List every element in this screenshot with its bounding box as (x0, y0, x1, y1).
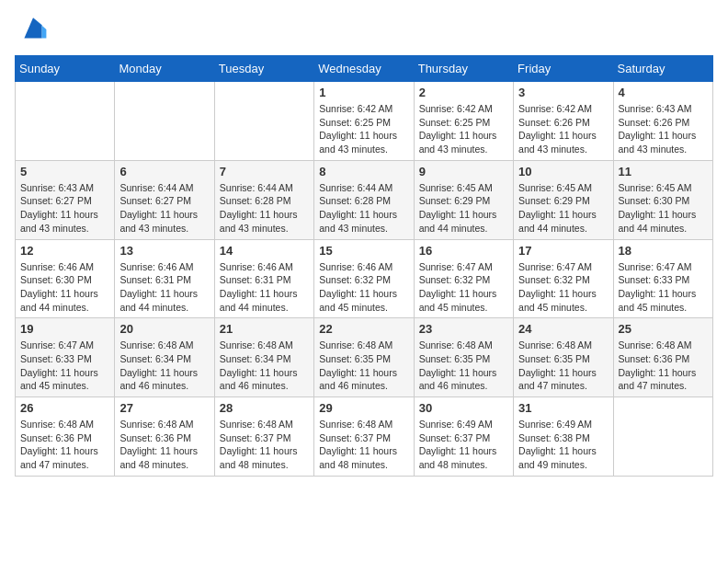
calendar-cell: 4Sunrise: 6:43 AM Sunset: 6:26 PM Daylig… (613, 82, 712, 161)
day-number: 20 (119, 322, 209, 336)
calendar-cell: 23Sunrise: 6:48 AM Sunset: 6:35 PM Dayli… (414, 318, 513, 397)
calendar-cell: 29Sunrise: 6:48 AM Sunset: 6:37 PM Dayli… (314, 397, 414, 477)
header-row: SundayMondayTuesdayWednesdayThursdayFrid… (16, 56, 713, 82)
calendar-cell: 6Sunrise: 6:44 AM Sunset: 6:27 PM Daylig… (115, 160, 214, 239)
day-number: 1 (319, 86, 408, 99)
calendar-cell: 15Sunrise: 6:46 AM Sunset: 6:32 PM Dayli… (314, 239, 414, 318)
calendar-cell: 30Sunrise: 6:49 AM Sunset: 6:37 PM Dayli… (414, 397, 513, 477)
calendar-cell: 20Sunrise: 6:48 AM Sunset: 6:34 PM Dayli… (115, 318, 214, 397)
calendar-cell: 5Sunrise: 6:43 AM Sunset: 6:27 PM Daylig… (16, 160, 115, 239)
day-info: Sunrise: 6:42 AM Sunset: 6:25 PM Dayligh… (319, 102, 408, 156)
day-info: Sunrise: 6:42 AM Sunset: 6:25 PM Dayligh… (419, 102, 508, 156)
calendar-cell: 21Sunrise: 6:48 AM Sunset: 6:34 PM Dayli… (214, 318, 313, 397)
calendar-cell: 31Sunrise: 6:49 AM Sunset: 6:38 PM Dayli… (514, 397, 613, 477)
calendar-cell: 7Sunrise: 6:44 AM Sunset: 6:28 PM Daylig… (214, 160, 313, 239)
day-number: 23 (419, 322, 508, 336)
day-info: Sunrise: 6:48 AM Sunset: 6:34 PM Dayligh… (119, 339, 209, 393)
weekday-header: Wednesday (314, 56, 414, 82)
day-number: 21 (220, 322, 309, 336)
logo-icon (18, 15, 48, 44)
day-info: Sunrise: 6:46 AM Sunset: 6:30 PM Dayligh… (20, 260, 109, 315)
day-info: Sunrise: 6:48 AM Sunset: 6:35 PM Dayligh… (518, 339, 608, 393)
calendar-cell: 24Sunrise: 6:48 AM Sunset: 6:35 PM Dayli… (514, 318, 613, 397)
calendar-cell: 11Sunrise: 6:45 AM Sunset: 6:30 PM Dayli… (613, 160, 712, 239)
calendar-cell (214, 82, 313, 161)
day-info: Sunrise: 6:44 AM Sunset: 6:28 PM Dayligh… (220, 181, 309, 236)
calendar-week-row: 5Sunrise: 6:43 AM Sunset: 6:27 PM Daylig… (16, 160, 713, 239)
day-number: 19 (20, 322, 109, 336)
day-info: Sunrise: 6:46 AM Sunset: 6:32 PM Dayligh… (319, 260, 408, 315)
day-number: 16 (419, 244, 508, 258)
day-number: 27 (119, 401, 209, 415)
day-info: Sunrise: 6:44 AM Sunset: 6:28 PM Dayligh… (319, 181, 408, 236)
calendar-cell: 14Sunrise: 6:46 AM Sunset: 6:31 PM Dayli… (214, 239, 313, 318)
day-info: Sunrise: 6:48 AM Sunset: 6:36 PM Dayligh… (619, 339, 708, 393)
day-info: Sunrise: 6:49 AM Sunset: 6:38 PM Dayligh… (518, 418, 608, 472)
day-number: 31 (518, 401, 608, 415)
day-number: 14 (220, 244, 309, 258)
calendar-cell: 26Sunrise: 6:48 AM Sunset: 6:36 PM Dayli… (16, 397, 115, 477)
calendar-cell: 9Sunrise: 6:45 AM Sunset: 6:29 PM Daylig… (414, 160, 513, 239)
calendar-week-row: 12Sunrise: 6:46 AM Sunset: 6:30 PM Dayli… (16, 239, 713, 318)
calendar-body: 1Sunrise: 6:42 AM Sunset: 6:25 PM Daylig… (16, 82, 713, 477)
calendar-week-row: 1Sunrise: 6:42 AM Sunset: 6:25 PM Daylig… (16, 82, 713, 161)
svg-marker-0 (24, 17, 41, 38)
day-info: Sunrise: 6:45 AM Sunset: 6:29 PM Dayligh… (419, 181, 508, 236)
day-number: 3 (518, 86, 608, 99)
day-info: Sunrise: 6:43 AM Sunset: 6:27 PM Dayligh… (20, 181, 109, 236)
weekday-header: Thursday (414, 56, 513, 82)
calendar-cell: 3Sunrise: 6:42 AM Sunset: 6:26 PM Daylig… (514, 82, 613, 161)
weekday-header: Tuesday (214, 56, 313, 82)
calendar-cell: 1Sunrise: 6:42 AM Sunset: 6:25 PM Daylig… (314, 82, 414, 161)
day-info: Sunrise: 6:46 AM Sunset: 6:31 PM Dayligh… (220, 260, 309, 315)
day-number: 25 (619, 322, 708, 336)
calendar-header: SundayMondayTuesdayWednesdayThursdayFrid… (16, 56, 713, 82)
day-number: 29 (319, 401, 408, 415)
weekday-header: Sunday (16, 56, 115, 82)
day-number: 17 (518, 244, 608, 258)
day-info: Sunrise: 6:47 AM Sunset: 6:33 PM Dayligh… (619, 260, 708, 315)
calendar-cell: 18Sunrise: 6:47 AM Sunset: 6:33 PM Dayli… (613, 239, 712, 318)
calendar-cell: 27Sunrise: 6:48 AM Sunset: 6:36 PM Dayli… (115, 397, 214, 477)
day-number: 2 (419, 86, 508, 99)
calendar-week-row: 26Sunrise: 6:48 AM Sunset: 6:36 PM Dayli… (16, 397, 713, 477)
calendar-cell: 10Sunrise: 6:45 AM Sunset: 6:29 PM Dayli… (514, 160, 613, 239)
calendar-cell: 25Sunrise: 6:48 AM Sunset: 6:36 PM Dayli… (613, 318, 712, 397)
day-info: Sunrise: 6:48 AM Sunset: 6:34 PM Dayligh… (220, 339, 309, 393)
day-info: Sunrise: 6:48 AM Sunset: 6:35 PM Dayligh… (319, 339, 408, 393)
calendar-cell: 12Sunrise: 6:46 AM Sunset: 6:30 PM Dayli… (16, 239, 115, 318)
logo (15, 15, 48, 44)
day-number: 18 (619, 244, 708, 258)
day-info: Sunrise: 6:47 AM Sunset: 6:32 PM Dayligh… (518, 260, 608, 315)
day-info: Sunrise: 6:48 AM Sunset: 6:37 PM Dayligh… (319, 418, 408, 472)
calendar-week-row: 19Sunrise: 6:47 AM Sunset: 6:33 PM Dayli… (16, 318, 713, 397)
day-number: 28 (220, 401, 309, 415)
day-number: 6 (119, 165, 209, 178)
day-number: 12 (20, 244, 109, 258)
day-number: 15 (319, 244, 408, 258)
day-info: Sunrise: 6:48 AM Sunset: 6:36 PM Dayligh… (119, 418, 209, 472)
day-info: Sunrise: 6:45 AM Sunset: 6:29 PM Dayligh… (518, 181, 608, 236)
day-number: 10 (518, 165, 608, 178)
day-number: 7 (220, 165, 309, 178)
day-number: 8 (319, 165, 408, 178)
calendar-cell: 2Sunrise: 6:42 AM Sunset: 6:25 PM Daylig… (414, 82, 513, 161)
day-info: Sunrise: 6:46 AM Sunset: 6:31 PM Dayligh… (119, 260, 209, 315)
weekday-header: Friday (514, 56, 613, 82)
day-info: Sunrise: 6:47 AM Sunset: 6:33 PM Dayligh… (20, 339, 109, 393)
day-info: Sunrise: 6:43 AM Sunset: 6:26 PM Dayligh… (619, 102, 708, 156)
calendar-cell: 8Sunrise: 6:44 AM Sunset: 6:28 PM Daylig… (314, 160, 414, 239)
day-number: 24 (518, 322, 608, 336)
day-info: Sunrise: 6:44 AM Sunset: 6:27 PM Dayligh… (119, 181, 209, 236)
calendar-cell: 16Sunrise: 6:47 AM Sunset: 6:32 PM Dayli… (414, 239, 513, 318)
day-number: 13 (119, 244, 209, 258)
day-info: Sunrise: 6:42 AM Sunset: 6:26 PM Dayligh… (518, 102, 608, 156)
calendar-cell: 19Sunrise: 6:47 AM Sunset: 6:33 PM Dayli… (16, 318, 115, 397)
day-info: Sunrise: 6:45 AM Sunset: 6:30 PM Dayligh… (619, 181, 708, 236)
calendar-cell: 28Sunrise: 6:48 AM Sunset: 6:37 PM Dayli… (214, 397, 313, 477)
day-info: Sunrise: 6:48 AM Sunset: 6:36 PM Dayligh… (20, 418, 109, 472)
day-number: 4 (619, 86, 708, 99)
day-number: 30 (419, 401, 508, 415)
weekday-header: Monday (115, 56, 214, 82)
day-info: Sunrise: 6:48 AM Sunset: 6:35 PM Dayligh… (419, 339, 508, 393)
